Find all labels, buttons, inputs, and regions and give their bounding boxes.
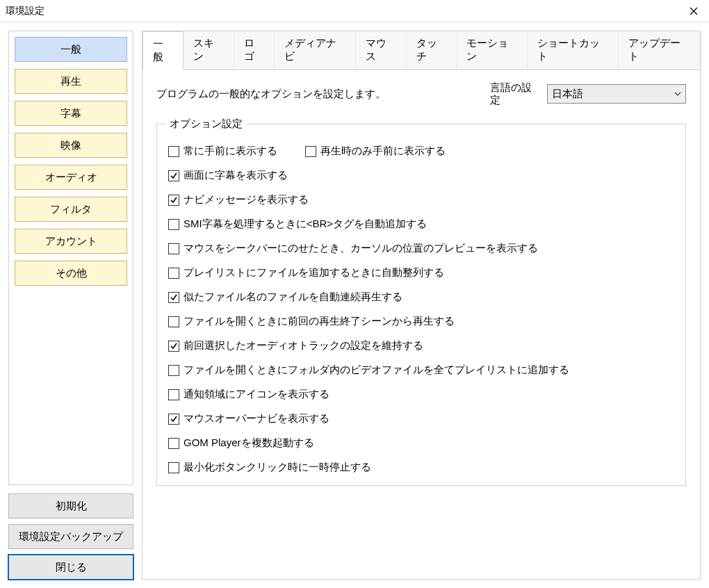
tab-1[interactable]: スキン [184, 31, 234, 70]
option-checkbox-9[interactable]: 前回選択したオーディオトラックの設定を維持する [168, 339, 674, 352]
sidebar-item-2[interactable]: 字幕 [15, 101, 127, 126]
checkbox-icon [168, 268, 179, 279]
option-checkbox-8[interactable]: ファイルを開くときに前回の再生終了シーンから再生する [168, 315, 674, 328]
option-label: 最小化ボタンクリック時に一時停止する [184, 461, 371, 474]
tab-5[interactable]: タッチ [407, 31, 457, 70]
checkbox-icon [168, 292, 179, 303]
close-icon[interactable] [678, 0, 709, 22]
options-fieldset: オプション設定 常に手前に表示する再生時のみ手前に表示する画面に字幕を表示するナ… [156, 117, 686, 486]
tab-7[interactable]: ショートカット [528, 31, 619, 70]
option-checkbox-6[interactable]: プレイリストにファイルを追加するときに自動整列する [168, 266, 674, 279]
checkbox-icon [168, 219, 179, 230]
reset-button[interactable]: 初期化 [8, 493, 133, 518]
option-label: マウスオーバーナビを表示する [184, 412, 329, 425]
language-select[interactable]: 日本語 [547, 84, 686, 104]
option-checkbox-2[interactable]: 画面に字幕を表示する [168, 169, 674, 182]
sidebar-item-3[interactable]: 映像 [15, 133, 127, 158]
checkbox-icon [168, 414, 179, 425]
option-label: 似たファイル名のファイルを自動連続再生する [184, 291, 402, 304]
language-label: 言語の設定 [490, 81, 539, 106]
option-label: 前回選択したオーディオトラックの設定を維持する [184, 339, 423, 352]
option-label: ファイルを開くときに前回の再生終了シーンから再生する [184, 315, 455, 328]
tab-6[interactable]: モーション [457, 31, 528, 70]
tab-bar: 一般スキンロゴメディアナビマウスタッチモーションショートカットアップデート [142, 31, 700, 70]
option-label: プレイリストにファイルを追加するときに自動整列する [184, 266, 444, 279]
tab-2[interactable]: ロゴ [234, 31, 275, 70]
checkbox-icon [168, 195, 179, 206]
sidebar-item-5[interactable]: フィルタ [15, 197, 127, 222]
checkbox-icon [168, 341, 179, 352]
sidebar-item-1[interactable]: 再生 [15, 69, 127, 94]
checkbox-icon [168, 316, 179, 327]
tab-8[interactable]: アップデート [619, 31, 700, 70]
option-checkbox-1[interactable]: 再生時のみ手前に表示する [305, 145, 446, 158]
option-label: 再生時のみ手前に表示する [320, 145, 446, 158]
option-checkbox-4[interactable]: SMI字幕を処理するときに<BR>タグを自動追加する [168, 218, 674, 231]
tab-content: プログラムの一般的なオプションを設定します。 言語の設定 日本語 オプション設定… [142, 70, 700, 579]
option-checkbox-14[interactable]: 最小化ボタンクリック時に一時停止する [168, 461, 674, 474]
language-value: 日本語 [552, 88, 583, 101]
checkbox-icon [168, 389, 179, 400]
sidebar: 一般再生字幕映像オーディオフィルタアカウントその他 初期化 環境設定バックアップ… [8, 31, 133, 580]
close-button[interactable]: 閉じる [8, 555, 133, 580]
checkbox-icon [168, 462, 179, 473]
option-checkbox-13[interactable]: GOM Playerを複数起動する [168, 436, 674, 450]
option-label: SMI字幕を処理するときに<BR>タグを自動追加する [184, 218, 427, 231]
main-panel: 一般スキンロゴメディアナビマウスタッチモーションショートカットアップデート プロ… [142, 31, 701, 580]
option-checkbox-3[interactable]: ナビメッセージを表示する [168, 193, 674, 206]
option-checkbox-12[interactable]: マウスオーバーナビを表示する [168, 412, 674, 425]
option-label: ナビメッセージを表示する [184, 193, 309, 206]
sidebar-item-4[interactable]: オーディオ [15, 165, 127, 190]
sidebar-item-0[interactable]: 一般 [15, 37, 127, 62]
fieldset-legend: オプション設定 [165, 117, 247, 131]
window-title: 環境設定 [6, 5, 44, 17]
option-label: 画面に字幕を表示する [184, 169, 288, 182]
option-label: GOM Playerを複数起動する [184, 436, 314, 450]
sidebar-item-7[interactable]: その他 [15, 261, 127, 286]
titlebar: 環境設定 [0, 0, 709, 22]
chevron-down-icon [674, 90, 681, 97]
option-label: ファイルを開くときにフォルダ内のビデオファイルを全てプレイリストに追加する [184, 364, 569, 377]
sidebar-item-6[interactable]: アカウント [15, 229, 127, 254]
tab-4[interactable]: マウス [356, 31, 407, 70]
option-checkbox-5[interactable]: マウスをシークバーにのせたとき、カーソルの位置のプレビューを表示する [168, 242, 674, 255]
option-label: 常に手前に表示する [184, 145, 277, 158]
checkbox-icon [305, 146, 316, 157]
checkbox-icon [168, 438, 179, 449]
option-checkbox-11[interactable]: 通知領域にアイコンを表示する [168, 388, 674, 401]
checkbox-icon [168, 243, 179, 254]
option-checkbox-10[interactable]: ファイルを開くときにフォルダ内のビデオファイルを全てプレイリストに追加する [168, 364, 674, 377]
description-text: プログラムの一般的なオプションを設定します。 [156, 88, 386, 101]
option-label: 通知領域にアイコンを表示する [184, 388, 329, 401]
tab-0[interactable]: 一般 [142, 31, 184, 70]
option-checkbox-0[interactable]: 常に手前に表示する [168, 145, 277, 158]
option-label: マウスをシークバーにのせたとき、カーソルの位置のプレビューを表示する [184, 242, 538, 255]
checkbox-icon [168, 146, 179, 157]
checkbox-icon [168, 170, 179, 181]
option-checkbox-7[interactable]: 似たファイル名のファイルを自動連続再生する [168, 291, 674, 304]
checkbox-icon [168, 365, 179, 376]
backup-button[interactable]: 環境設定バックアップ [8, 524, 133, 549]
tab-3[interactable]: メディアナビ [275, 31, 356, 70]
